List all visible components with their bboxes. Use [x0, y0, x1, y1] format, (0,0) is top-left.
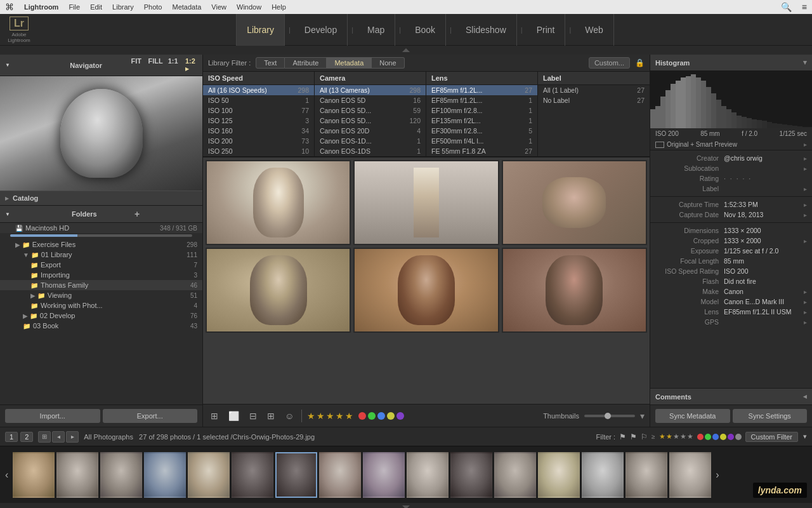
camera-5d2[interactable]: Canon EOS 5D... 59 [315, 105, 426, 116]
folder-thomas-family[interactable]: 📁 Thomas Family 46 [0, 280, 202, 290]
label-none[interactable]: No Label 27 [538, 95, 650, 105]
view-grid-status[interactable]: ⊞ [38, 431, 51, 443]
comments-arrow[interactable]: ◂ [803, 392, 807, 401]
view-compare-button[interactable]: ⊟ [247, 410, 259, 422]
arrow-up-icon[interactable] [402, 48, 410, 52]
filter-flag-icon[interactable]: ⚑ [619, 432, 626, 441]
filter-tab-attribute[interactable]: Attribute [285, 57, 327, 69]
thumbnail-slider[interactable] [584, 415, 635, 417]
nav-1to1[interactable]: 1:1 [168, 57, 180, 73]
star-1[interactable]: ★ [307, 411, 315, 421]
color-purple[interactable] [396, 412, 404, 420]
tab-print[interactable]: Print [527, 14, 566, 46]
folder-03book[interactable]: 📁 03 Book 43 [0, 321, 202, 331]
tab-library[interactable]: Library [236, 14, 285, 46]
filter-unflag-icon[interactable]: ⚐ [641, 432, 648, 441]
star-2[interactable]: ★ [317, 411, 325, 421]
slider-track[interactable] [584, 415, 635, 417]
folder-importing[interactable]: 📁 Importing 3 [0, 270, 202, 280]
f-star4[interactable]: ★ [680, 432, 686, 441]
cf-green[interactable] [705, 434, 711, 440]
view-people-button[interactable]: ☺ [282, 410, 296, 422]
cf-purple[interactable] [728, 434, 734, 440]
film-thumb-9[interactable] [363, 452, 405, 498]
folder-export[interactable]: 📁 Export 7 [0, 260, 202, 270]
film-thumb-3[interactable] [100, 452, 142, 498]
film-thumb-5[interactable] [188, 452, 230, 498]
export-button[interactable]: Export... [103, 409, 198, 423]
gps-arrow[interactable]: ▸ [804, 319, 807, 326]
iso-250[interactable]: ISO 250 10 [203, 146, 314, 156]
cf-blue[interactable] [712, 434, 719, 440]
iso-200[interactable]: ISO 200 73 [203, 136, 314, 146]
menu-window[interactable]: Window [237, 3, 261, 11]
cf-yellow[interactable] [720, 434, 726, 440]
film-thumb-4[interactable] [144, 452, 186, 498]
filter-custom[interactable]: Custom... [589, 57, 630, 69]
sync-settings-button[interactable]: Sync Settings [733, 409, 808, 423]
filter-lock-icon[interactable]: 🔒 [635, 58, 645, 67]
lens-arrow[interactable]: ▸ [804, 309, 807, 316]
color-green[interactable] [368, 412, 376, 420]
folder-02develop[interactable]: ▶ 📁 02 Develop 76 [0, 311, 202, 321]
histogram-arrow[interactable]: ▾ [803, 58, 807, 67]
tab-map[interactable]: Map [357, 14, 395, 46]
catalog-header[interactable]: ▶ Catalog [0, 190, 202, 206]
navigator-header[interactable]: ▼ Navigator FIT FILL 1:1 1:2 ▸ [0, 55, 202, 76]
folders-header[interactable]: ▼ Folders + [0, 206, 202, 223]
camera-all[interactable]: All (13 Cameras) 298 [315, 85, 426, 95]
f-star3[interactable]: ★ [673, 432, 679, 441]
film-thumb-12[interactable] [494, 452, 536, 498]
film-thumb-13[interactable] [538, 452, 580, 498]
folder-working[interactable]: 📁 Working with Phot... 4 [0, 300, 202, 311]
star-5[interactable]: ★ [345, 411, 353, 421]
film-thumb-11[interactable] [450, 452, 492, 498]
color-red[interactable] [358, 412, 366, 420]
filter-tab-text[interactable]: Text [256, 57, 285, 69]
film-thumb-16[interactable] [669, 452, 711, 498]
photo-cell-4[interactable] [206, 248, 351, 333]
menu-lightroom[interactable]: Lightroom [24, 3, 58, 11]
photo-cell-3[interactable] [502, 160, 647, 245]
folder-exercise-files[interactable]: ▶ 📁 Exercise Files 298 [0, 239, 202, 250]
f-star1[interactable]: ★ [659, 432, 665, 441]
lens-135[interactable]: EF135mm f/2L... 1 [426, 116, 537, 126]
folders-add-button[interactable]: + [134, 209, 197, 219]
film-thumb-6[interactable] [232, 452, 273, 498]
menu-library[interactable]: Library [112, 3, 134, 11]
menu-metadata[interactable]: Metadata [172, 3, 201, 11]
menu-file[interactable]: File [69, 3, 80, 11]
filmstrip-prev[interactable]: ‹ [3, 469, 11, 481]
sync-metadata-button[interactable]: Sync Metadata [655, 409, 730, 423]
filter-tab-none[interactable]: None [372, 57, 404, 69]
filmstrip-next[interactable]: › [713, 469, 721, 481]
menu-view[interactable]: View [211, 3, 226, 11]
cf-gray[interactable] [735, 434, 742, 440]
search-icon[interactable]: 🔍 [781, 2, 792, 12]
lens-55[interactable]: FE 55mm F1.8 ZA 27 [426, 146, 537, 156]
capdate-arrow[interactable]: ▸ [804, 211, 807, 218]
arrow-down-icon[interactable] [402, 505, 410, 508]
custom-filter-arrow[interactable]: ▾ [803, 432, 807, 441]
folder-01library[interactable]: ▼ 📁 01 Library 111 [0, 250, 202, 260]
nav-zoom[interactable]: 1:2 ▸ [185, 57, 197, 73]
photo-cell-5[interactable] [353, 248, 499, 333]
film-thumb-7[interactable] [275, 452, 317, 498]
lens-100[interactable]: EF100mm f/2.8... 1 [426, 105, 537, 116]
cropped-arrow[interactable]: ▸ [804, 237, 807, 244]
lens-85[interactable]: EF85mm f/1.2L... 27 [426, 85, 537, 95]
apple-menu[interactable]: ⌘ [5, 2, 14, 12]
color-blue[interactable] [377, 412, 385, 420]
photo-cell-1[interactable] [206, 160, 351, 245]
tab-web[interactable]: Web [575, 14, 614, 46]
tab-slideshow[interactable]: Slideshow [455, 14, 517, 46]
view-loupe-button[interactable]: ⬜ [226, 410, 242, 422]
tab-develop[interactable]: Develop [294, 14, 348, 46]
film-thumb-1[interactable] [13, 452, 55, 498]
color-yellow[interactable] [387, 412, 395, 420]
photo-cell-6[interactable] [502, 248, 647, 333]
f-star5[interactable]: ★ [687, 432, 693, 441]
creator-arrow[interactable]: ▸ [804, 155, 807, 162]
camera-1d[interactable]: Canon EOS-1D... 1 [315, 136, 426, 146]
make-arrow[interactable]: ▸ [804, 288, 807, 295]
